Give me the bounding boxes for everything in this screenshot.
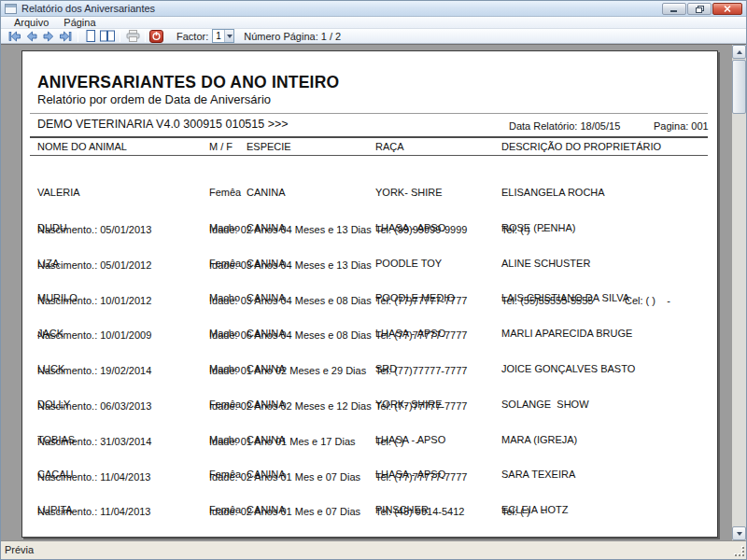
close-icon <box>723 5 732 13</box>
preview-area: ANIVERSARIANTES DO ANO INTEIRO Relatório… <box>1 44 746 540</box>
single-page-icon <box>83 29 98 43</box>
page-number-info: Número Página: 1 / 2 <box>244 31 341 42</box>
factor-value: 1 <box>213 31 224 41</box>
arrow-down-icon <box>737 532 742 536</box>
previous-page-button[interactable] <box>23 29 40 43</box>
minimize-icon <box>669 5 679 13</box>
arrow-up-icon <box>737 50 742 54</box>
single-page-button[interactable] <box>82 29 99 43</box>
factor-label: Factor: <box>176 31 208 42</box>
resize-grip[interactable] <box>734 546 744 556</box>
printer-icon <box>125 29 141 43</box>
window-icon <box>5 4 17 14</box>
print-button[interactable] <box>124 29 141 43</box>
divider <box>30 113 708 114</box>
two-page-icon <box>99 29 116 43</box>
report-date: Data Relatório: 18/05/15 <box>509 120 620 132</box>
toolbar: Factor: 1 Número Página: 1 / 2 <box>1 29 746 44</box>
close-preview-icon <box>151 31 162 41</box>
report-row: TOBIAS Nascimento.: 11/04/2013 MachoCANI… <box>22 408 717 443</box>
report-row: MURILO Nascimento.: 10/01/2009 MachoCANI… <box>22 266 717 301</box>
menubar: Arquivo Página <box>1 17 746 29</box>
window-title: Relatório dos Aniversariantes <box>21 3 155 14</box>
status-text: Prévia <box>5 544 34 555</box>
scrollbar-up-button[interactable] <box>732 45 746 59</box>
column-header-animal: NOME DO ANIMAL <box>37 141 127 152</box>
divider <box>30 136 708 138</box>
next-page-icon <box>41 30 56 43</box>
last-page-icon <box>58 30 73 43</box>
report-row: JACK Nascimento.: 19/02/2014 MachoCANINA… <box>22 301 717 337</box>
previous-page-icon <box>24 30 39 43</box>
divider <box>30 155 708 156</box>
combo-dropdown-button[interactable] <box>224 30 233 42</box>
titlebar: Relatório dos Aniversariantes <box>1 1 746 17</box>
report-subtitle: Relatório por ordem de Data de Aniversár… <box>37 92 271 106</box>
report-row: DUDU Nascimento.: 05/01/2012 MachoCANINA… <box>22 196 717 231</box>
statusbar: Prévia <box>1 540 746 559</box>
report-row: DOLLY Nascimento.: 31/03/2014 FemêaCANIN… <box>22 372 717 408</box>
next-page-button[interactable] <box>40 29 57 43</box>
two-page-button[interactable] <box>99 29 116 43</box>
toolbar-separator <box>78 31 78 42</box>
chevron-down-icon <box>227 35 233 38</box>
scrollbar-thumb[interactable] <box>732 60 746 114</box>
close-button[interactable] <box>712 3 742 15</box>
column-header-species: ESPECIE <box>247 141 291 152</box>
menu-arquivo[interactable]: Arquivo <box>7 17 56 29</box>
column-header-mf: M / F <box>209 141 233 152</box>
column-header-breed: RAÇA <box>375 141 404 152</box>
report-row: LUCK Nascimento.: 06/03/2013 MachoCANINA… <box>22 337 717 372</box>
close-preview-button[interactable] <box>149 30 163 43</box>
scrollbar-down-button[interactable] <box>732 526 746 540</box>
menu-pagina[interactable]: Página <box>56 17 103 29</box>
restore-icon <box>695 5 705 14</box>
report-row: CACAU Nascimento.: 11/04/2013 FemêaCANIN… <box>22 442 717 478</box>
first-page-button[interactable] <box>7 29 23 43</box>
toolbar-separator <box>120 31 120 42</box>
report-page-number: Pagina: 001 <box>654 120 709 132</box>
company-line: DEMO VETERINARIA V4.0 300915 010515 >>> <box>37 118 289 131</box>
report-page: ANIVERSARIANTES DO ANO INTEIRO Relatório… <box>21 50 718 538</box>
restore-button[interactable] <box>687 3 712 15</box>
column-header-owner: DESCRIÇÃO DO PROPRIETÁRIO <box>501 141 661 152</box>
report-row: VALERIA Nascimento.: 05/01/2013 FemêaCAN… <box>22 161 717 196</box>
last-page-button[interactable] <box>57 29 74 43</box>
factor-select[interactable]: 1 <box>212 29 234 43</box>
minimize-button[interactable] <box>662 3 686 15</box>
report-title: ANIVERSARIANTES DO ANO INTEIRO <box>37 73 339 92</box>
preview-window: Relatório dos Aniversariantes Arquivo Pá… <box>0 0 747 560</box>
report-row: LIZA Nascimento.: 10/01/2012 FemêaCANINA… <box>22 231 717 267</box>
report-rows: VALERIA Nascimento.: 05/01/2013 FemêaCAN… <box>22 161 717 549</box>
vertical-scrollbar[interactable] <box>732 45 746 540</box>
toolbar-separator <box>145 31 146 42</box>
report-row: LUPITA Nascimento.: 13/04/2009 FemêaCANI… <box>22 478 717 513</box>
first-page-icon <box>7 30 22 43</box>
